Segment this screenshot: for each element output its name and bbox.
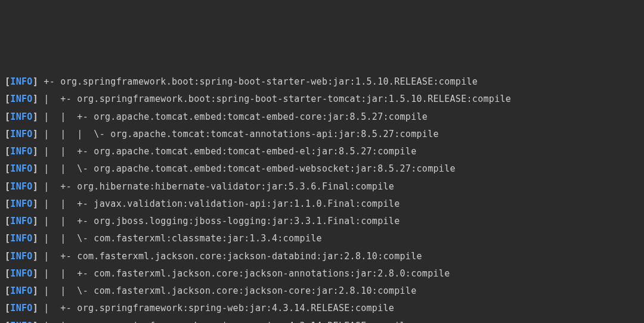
log-line: [INFO] +- org.springframework.boot:sprin… <box>5 73 639 91</box>
dependency-coordinates: org.hibernate:hibernate-validator:jar:5.… <box>77 181 394 192</box>
bracket-open: [ <box>5 76 10 87</box>
log-level: INFO <box>10 94 32 104</box>
tree-prefix: +- <box>38 76 60 87</box>
bracket-open: [ <box>5 146 10 157</box>
log-level: INFO <box>10 285 32 296</box>
log-level: INFO <box>10 251 32 262</box>
log-line: [INFO] | +- org.hibernate:hibernate-vali… <box>5 178 639 195</box>
bracket-open: [ <box>5 111 10 122</box>
tree-prefix: | | \- <box>38 163 94 174</box>
bracket-open: [ <box>5 321 10 324</box>
dependency-coordinates: org.jboss.logging:jboss-logging:jar:3.3.… <box>94 216 400 226</box>
bracket-close: ] <box>33 285 38 296</box>
bracket-close: ] <box>33 76 38 87</box>
tree-prefix: | +- <box>38 181 77 192</box>
tree-prefix: | +- <box>38 303 77 313</box>
log-line: [INFO] | | +- org.springframework:spring… <box>5 318 639 324</box>
bracket-close: ] <box>33 321 38 324</box>
log-line: [INFO] | +- com.fasterxml.jackson.core:j… <box>5 248 639 265</box>
bracket-open: [ <box>5 181 10 192</box>
tree-prefix: | | +- <box>38 111 94 122</box>
log-line: [INFO] | | +- org.apache.tomcat.embed:to… <box>5 143 639 160</box>
dependency-coordinates: org.apache.tomcat:tomcat-annotations-api… <box>110 129 439 139</box>
dependency-coordinates: org.apache.tomcat.embed:tomcat-embed-web… <box>94 163 456 174</box>
tree-prefix: | | \- <box>38 233 94 244</box>
bracket-open: [ <box>5 233 10 244</box>
dependency-coordinates: org.apache.tomcat.embed:tomcat-embed-cor… <box>94 111 428 122</box>
bracket-close: ] <box>33 216 38 226</box>
bracket-open: [ <box>5 285 10 296</box>
dependency-coordinates: org.springframework:spring-web:jar:4.3.1… <box>77 303 394 313</box>
dependency-coordinates: com.fasterxml.jackson.core:jackson-core:… <box>94 285 416 296</box>
log-level: INFO <box>10 268 32 279</box>
log-level: INFO <box>10 303 32 313</box>
tree-prefix: | | \- <box>38 285 94 296</box>
bracket-open: [ <box>5 303 10 313</box>
bracket-close: ] <box>33 146 38 157</box>
log-line: [INFO] | +- org.springframework:spring-w… <box>5 300 639 317</box>
log-level: INFO <box>10 129 32 139</box>
tree-prefix: | | +- <box>38 268 94 279</box>
log-level: INFO <box>10 163 32 174</box>
log-level: INFO <box>10 321 32 324</box>
log-line: [INFO] | +- org.springframework.boot:spr… <box>5 91 639 108</box>
bracket-open: [ <box>5 268 10 279</box>
dependency-coordinates: com.fasterxml.jackson.core:jackson-datab… <box>77 251 422 262</box>
log-level: INFO <box>10 76 32 87</box>
log-line: [INFO] | | +- com.fasterxml.jackson.core… <box>5 265 639 282</box>
bracket-open: [ <box>5 198 10 209</box>
log-line: [INFO] | | +- org.jboss.logging:jboss-lo… <box>5 213 639 230</box>
log-line: [INFO] | | \- com.fasterxml:classmate:ja… <box>5 230 639 247</box>
dependency-coordinates: javax.validation:validation-api:jar:1.1.… <box>94 198 400 209</box>
dependency-coordinates: com.fasterxml:classmate:jar:1.3.4:compil… <box>94 233 322 244</box>
dependency-coordinates: org.apache.tomcat.embed:tomcat-embed-el:… <box>94 146 416 157</box>
bracket-close: ] <box>33 129 38 139</box>
log-level: INFO <box>10 198 32 209</box>
bracket-open: [ <box>5 216 10 226</box>
tree-prefix: | +- <box>38 94 77 104</box>
dependency-coordinates: org.springframework.boot:spring-boot-sta… <box>77 94 511 104</box>
maven-dependency-tree-output: [INFO] +- org.springframework.boot:sprin… <box>5 73 639 323</box>
bracket-close: ] <box>33 181 38 192</box>
bracket-close: ] <box>33 163 38 174</box>
tree-prefix: | | +- <box>38 198 94 209</box>
log-line: [INFO] | | | \- org.apache.tomcat:tomcat… <box>5 126 639 143</box>
bracket-close: ] <box>33 111 38 122</box>
bracket-open: [ <box>5 94 10 104</box>
bracket-close: ] <box>33 251 38 262</box>
tree-prefix: | | +- <box>38 216 94 226</box>
log-line: [INFO] | | +- org.apache.tomcat.embed:to… <box>5 108 639 126</box>
tree-prefix: | | +- <box>38 146 94 157</box>
bracket-close: ] <box>33 233 38 244</box>
dependency-coordinates: com.fasterxml.jackson.core:jackson-annot… <box>94 268 450 279</box>
log-level: INFO <box>10 233 32 244</box>
tree-prefix: | | +- <box>38 321 94 324</box>
bracket-open: [ <box>5 163 10 174</box>
log-line: [INFO] | | \- com.fasterxml.jackson.core… <box>5 282 639 300</box>
log-level: INFO <box>10 216 32 226</box>
log-level: INFO <box>10 181 32 192</box>
tree-prefix: | +- <box>38 251 77 262</box>
log-level: INFO <box>10 146 32 157</box>
bracket-close: ] <box>33 303 38 313</box>
dependency-coordinates: org.springframework.boot:spring-boot-sta… <box>60 76 478 87</box>
log-line: [INFO] | | \- org.apache.tomcat.embed:to… <box>5 160 639 178</box>
dependency-coordinates: org.springframework:spring-aop:jar:4.3.1… <box>94 321 411 324</box>
bracket-close: ] <box>33 94 38 104</box>
log-level: INFO <box>10 111 32 122</box>
bracket-open: [ <box>5 251 10 262</box>
bracket-close: ] <box>33 198 38 209</box>
log-line: [INFO] | | +- javax.validation:validatio… <box>5 195 639 213</box>
tree-prefix: | | | \- <box>38 129 110 139</box>
bracket-open: [ <box>5 129 10 139</box>
bracket-close: ] <box>33 268 38 279</box>
